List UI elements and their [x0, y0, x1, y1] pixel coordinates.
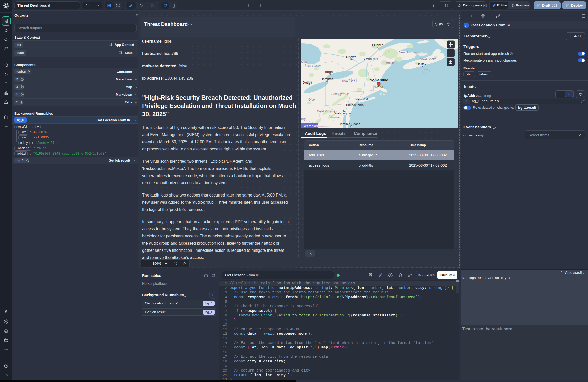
svg-text:Nova Scotia: Nova Scotia — [420, 57, 436, 61]
svg-text:Somerville: Somerville — [370, 78, 388, 82]
svg-text:Ohio: Ohio — [308, 98, 315, 101]
svg-text:Hamilton: Hamilton — [321, 77, 333, 81]
svg-text:Detroit: Detroit — [303, 81, 312, 84]
svg-text:West Virginia: West Virginia — [317, 110, 335, 113]
svg-text:Halifax: Halifax — [416, 62, 426, 66]
svg-text:Washington: Washington — [334, 112, 351, 115]
svg-text:New York: New York — [355, 97, 369, 101]
svg-text:Montréal: Montréal — [366, 57, 378, 61]
svg-text:Philadelphia: Philadelphia — [346, 103, 364, 107]
svg-text:Set region: Set region — [303, 124, 318, 128]
svg-text:Boston: Boston — [373, 84, 385, 89]
svg-text:igan: igan — [301, 60, 307, 63]
svg-text:Québec: Québec — [372, 43, 383, 47]
svg-text:New York: New York — [342, 79, 355, 82]
svg-text:Virginia: Virginia — [329, 116, 340, 119]
svg-text:cky: cky — [301, 117, 306, 121]
svg-text:Lake Huron: Lake Huron — [305, 64, 321, 68]
svg-text:Virginia Beach: Virginia Beach — [340, 122, 360, 126]
svg-text:Ottawa: Ottawa — [346, 55, 356, 59]
svg-text:Toronto: Toronto — [325, 70, 335, 74]
svg-text:New Brunswick: New Brunswick — [399, 51, 420, 54]
svg-text:Pennsylvania: Pennsylvania — [331, 92, 350, 96]
svg-text:Maine: Maine — [386, 61, 394, 65]
